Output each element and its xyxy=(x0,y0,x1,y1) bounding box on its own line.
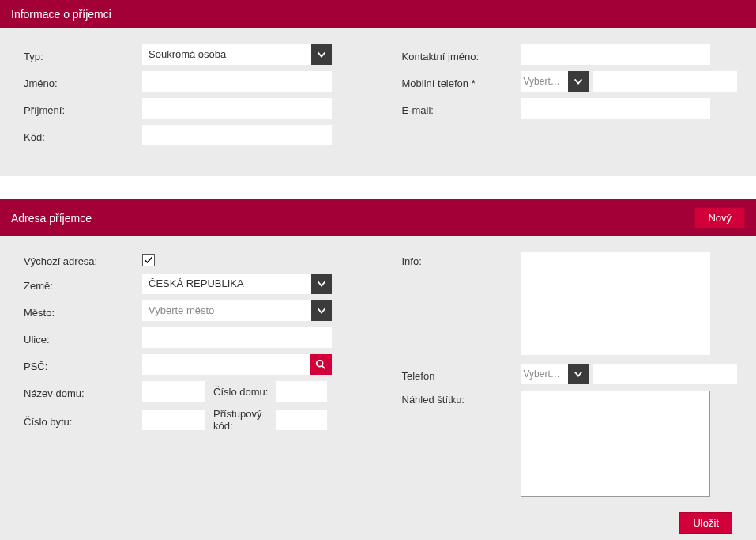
recipient-address-body: Výchozí adresa: Země: ČESKÁ REPUBLIKA xyxy=(0,236,756,540)
chevron-down-icon[interactable] xyxy=(311,300,332,321)
access-code-input[interactable] xyxy=(276,410,327,430)
label-preview xyxy=(521,391,710,497)
recipient-address-header: Adresa příjemce Nový xyxy=(0,199,756,236)
recipient-info-header: Informace o příjemci xyxy=(0,0,756,28)
postcode-input[interactable] xyxy=(142,354,310,375)
info-textarea[interactable] xyxy=(521,252,710,355)
email-input[interactable] xyxy=(521,98,710,119)
contact-name-label: Kontaktní jméno: xyxy=(402,47,521,62)
postcode-search-button[interactable] xyxy=(310,354,332,375)
house-number-input[interactable] xyxy=(276,381,327,402)
default-address-label: Výchozí adresa: xyxy=(24,252,142,267)
country-select-value: ČESKÁ REPUBLIKA xyxy=(142,274,311,294)
search-icon xyxy=(315,359,326,370)
email-label: E-mail: xyxy=(402,101,521,116)
city-label: Město: xyxy=(24,304,142,319)
house-number-label: Číslo domu: xyxy=(205,386,276,398)
country-select[interactable]: ČESKÁ REPUBLIKA xyxy=(142,274,332,294)
name-input[interactable] xyxy=(142,71,332,92)
recipient-info-title: Informace o příjemci xyxy=(11,8,111,21)
preview-label: Náhled štítku: xyxy=(402,391,521,406)
mobile-label: Mobilní telefon * xyxy=(402,74,521,89)
postcode-label: PSČ: xyxy=(24,357,142,372)
svg-point-0 xyxy=(317,361,323,367)
checkmark-icon xyxy=(144,255,153,265)
access-code-label: Přístupový kód: xyxy=(205,408,276,432)
chevron-down-icon[interactable] xyxy=(568,364,589,384)
country-label: Země: xyxy=(24,277,142,292)
mobile-prefix-select[interactable]: Vyberte kód xyxy=(521,71,589,92)
contact-name-input[interactable] xyxy=(521,44,710,65)
flat-number-input[interactable] xyxy=(142,410,205,430)
surname-label: Příjmení: xyxy=(24,101,142,116)
phone-input[interactable] xyxy=(593,364,737,384)
code-label: Kód: xyxy=(24,128,142,143)
surname-input[interactable] xyxy=(142,98,332,119)
save-button[interactable]: Uložit xyxy=(679,512,732,534)
recipient-address-title: Adresa příjemce xyxy=(11,212,92,225)
chevron-down-icon[interactable] xyxy=(568,71,589,92)
svg-line-1 xyxy=(322,366,325,369)
code-input[interactable] xyxy=(142,125,332,145)
new-button[interactable]: Nový xyxy=(694,207,745,228)
street-input[interactable] xyxy=(142,327,332,348)
phone-prefix-placeholder: Vyberte kód xyxy=(521,364,568,384)
mobile-input[interactable] xyxy=(593,71,737,92)
default-address-checkbox[interactable] xyxy=(142,254,155,266)
phone-label: Telefon xyxy=(402,367,521,382)
type-select-value: Soukromá osoba xyxy=(142,44,311,65)
mobile-prefix-placeholder: Vyberte kód xyxy=(521,71,568,92)
street-label: Ulice: xyxy=(24,330,142,346)
type-label: Typ: xyxy=(24,47,142,62)
city-select[interactable]: Vyberte město xyxy=(142,300,332,321)
chevron-down-icon[interactable] xyxy=(311,44,332,65)
flat-number-label: Číslo bytu: xyxy=(24,413,142,428)
city-select-placeholder: Vyberte město xyxy=(142,300,311,321)
recipient-info-body: Typ: Soukromá osoba Jméno: xyxy=(0,28,756,176)
type-select[interactable]: Soukromá osoba xyxy=(142,44,332,65)
name-label: Jméno: xyxy=(24,74,142,89)
phone-prefix-select[interactable]: Vyberte kód xyxy=(521,364,589,384)
info-label: Info: xyxy=(402,252,521,267)
house-name-label: Název domu: xyxy=(24,384,142,399)
house-name-input[interactable] xyxy=(142,381,205,402)
chevron-down-icon[interactable] xyxy=(311,274,332,294)
